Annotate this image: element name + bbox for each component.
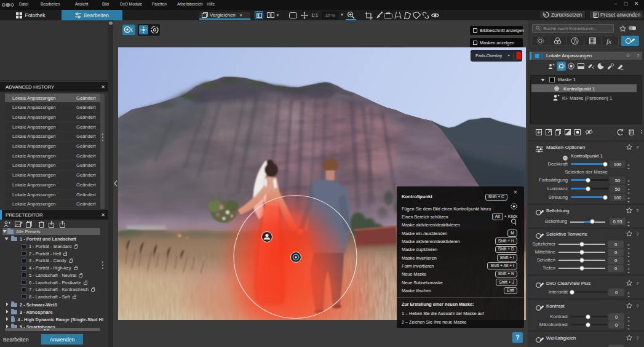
svg-text:fx: fx	[606, 38, 611, 45]
